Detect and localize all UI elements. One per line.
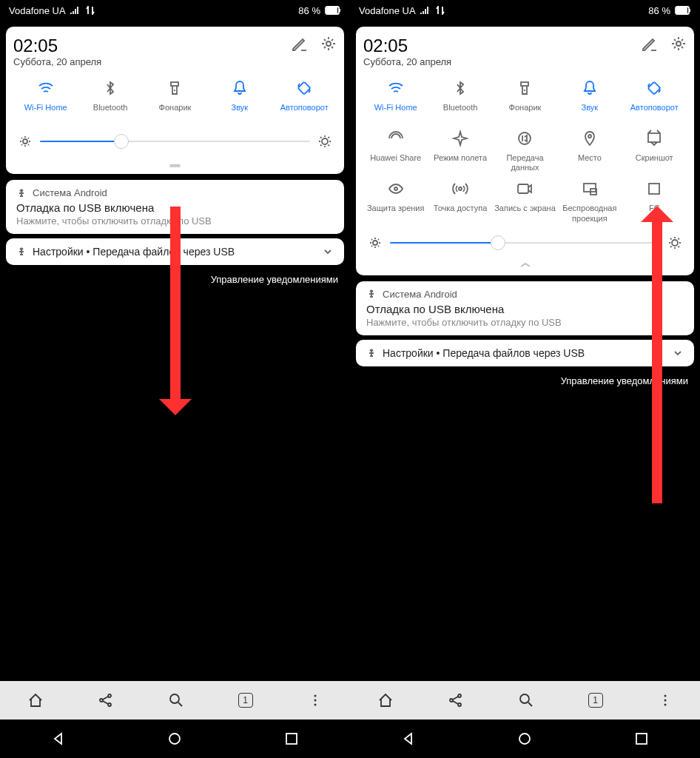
usb-icon — [16, 246, 27, 257]
carrier-label: Vodafone UA — [9, 5, 66, 16]
nav-back-icon[interactable] — [401, 731, 416, 746]
svg-rect-16 — [286, 734, 297, 744]
toggle-row-1: Wi-Fi Home Bluetooth Фонарик Звук Автопо… — [13, 78, 337, 122]
svg-rect-1 — [326, 7, 337, 13]
svg-point-3 — [326, 41, 331, 46]
home-icon[interactable] — [377, 692, 394, 708]
huawei-logo-icon — [30, 338, 67, 375]
menu-icon[interactable] — [307, 692, 323, 708]
nav-back-icon[interactable] — [51, 731, 66, 746]
svg-point-13 — [314, 700, 316, 702]
svg-rect-21 — [521, 82, 528, 86]
toggle-row-3: Защита зрения Точка доступа Запись с экр… — [363, 178, 687, 223]
svg-point-26 — [394, 187, 397, 190]
brightness-low-icon — [368, 235, 383, 250]
carrier-label: Vodafone UA — [359, 5, 416, 16]
article-heading: Как установить мелодию на звонок на Huaw… — [0, 525, 350, 577]
phone-left: Vodafone UA 86 % 02:05 Суббота, 20 апрел… — [0, 0, 350, 758]
svg-point-6 — [23, 139, 27, 144]
tabs-button[interactable]: 1 — [238, 693, 253, 708]
toggle-eye-comfort[interactable]: Защита зрения — [364, 178, 428, 223]
drag-handle[interactable] — [363, 256, 687, 271]
toggle-row-2: Huawei Share Режим полета Передача данны… — [363, 128, 687, 172]
panel-time: 02:05 — [363, 36, 451, 56]
svg-rect-4 — [171, 82, 178, 86]
drag-handle[interactable]: ▬ — [13, 155, 337, 170]
notification-usb-debug[interactable]: Система Android Отладка по USB включена … — [356, 281, 694, 335]
toggle-bluetooth[interactable]: Bluetooth — [428, 78, 492, 122]
nav-home-icon[interactable] — [517, 731, 532, 746]
panel-date: Суббота, 20 апреля — [13, 56, 101, 67]
edit-icon[interactable] — [291, 36, 307, 52]
battery-icon — [675, 6, 691, 15]
toggle-hotspot[interactable]: Точка доступа — [428, 178, 492, 223]
svg-point-11 — [170, 694, 179, 703]
notification-usb-transfer[interactable]: Настройки • Передача файлов через USB — [356, 340, 694, 366]
toggle-sound[interactable]: Звук — [558, 78, 622, 122]
status-bar: Vodafone UA 86 % — [0, 0, 350, 21]
toggle-location[interactable]: Место — [558, 128, 622, 172]
menu-icon[interactable] — [657, 692, 673, 708]
svg-point-7 — [322, 138, 328, 144]
svg-point-34 — [450, 699, 453, 702]
home-icon[interactable] — [27, 692, 44, 708]
toggle-wifi[interactable]: Wi-Fi Home — [364, 78, 428, 122]
nav-recent-icon[interactable] — [284, 731, 299, 746]
svg-point-41 — [519, 734, 530, 744]
svg-point-12 — [314, 695, 316, 697]
gear-icon[interactable] — [670, 36, 687, 52]
battery-percent: 86 % — [298, 5, 320, 16]
svg-point-39 — [664, 700, 666, 702]
manage-notifications-link[interactable]: Управление уведомлениями — [350, 371, 700, 391]
toggle-screenshot[interactable]: Скриншот — [622, 128, 686, 172]
svg-rect-42 — [636, 734, 647, 744]
svg-rect-19 — [689, 9, 690, 12]
browser-toolbar: 1 — [350, 681, 700, 720]
share-icon[interactable] — [98, 692, 114, 708]
toggle-mobile-data[interactable]: Передача данных — [493, 128, 556, 172]
toggle-autorotate[interactable]: Автоповорот — [272, 78, 336, 122]
toggle-huawei-share[interactable]: Huawei Share — [364, 128, 428, 172]
brightness-slider[interactable] — [13, 128, 337, 155]
status-bar: Vodafone UA 86 % — [350, 0, 700, 21]
toggle-autorotate[interactable]: Автоповорот — [622, 78, 686, 122]
toggle-bluetooth[interactable]: Bluetooth — [78, 78, 142, 122]
svg-point-35 — [458, 694, 461, 697]
svg-point-33 — [672, 240, 678, 246]
svg-rect-18 — [676, 7, 687, 13]
browser-toolbar: 1 — [0, 681, 350, 720]
toggle-airplane[interactable]: Режим полета — [428, 128, 492, 172]
annotation-arrow-down — [170, 207, 181, 399]
nav-bar — [350, 720, 700, 758]
svg-point-36 — [458, 703, 461, 706]
svg-point-10 — [108, 703, 111, 706]
read-more-link[interactable]: Читать полностью — [350, 522, 700, 535]
toggle-flashlight[interactable]: Фонарик — [143, 78, 206, 122]
toggle-row-1: Wi-Fi Home Bluetooth Фонарик Звук Автопо… — [363, 78, 687, 122]
brightness-slider[interactable] — [363, 229, 687, 256]
nav-home-icon[interactable] — [167, 731, 182, 746]
toggle-sound[interactable]: Звук — [208, 78, 272, 122]
share-icon[interactable] — [448, 692, 464, 708]
article-heading: Как установить мелодию на звонок на Huaw… — [350, 565, 700, 617]
gear-icon[interactable] — [320, 36, 337, 52]
svg-point-32 — [373, 241, 377, 245]
chevron-down-icon — [322, 246, 334, 258]
battery-percent: 86 % — [648, 5, 670, 16]
tabs-button[interactable]: 1 — [588, 693, 603, 708]
nav-bar — [0, 720, 350, 758]
signal-icon — [420, 6, 431, 15]
toggle-flashlight[interactable]: Фонарик — [493, 78, 556, 122]
toggle-screen-record[interactable]: Запись с экрана — [493, 178, 556, 223]
nav-recent-icon[interactable] — [634, 731, 649, 746]
usb-icon — [366, 289, 377, 299]
search-icon[interactable] — [518, 692, 534, 708]
toggle-wifi[interactable]: Wi-Fi Home — [14, 78, 78, 122]
search-icon[interactable] — [168, 692, 184, 708]
usb-icon — [16, 188, 27, 198]
read-more-link[interactable]: Читать полностью — [0, 482, 350, 495]
svg-rect-31 — [649, 184, 659, 194]
edit-icon[interactable] — [641, 36, 657, 52]
toggle-wireless-projection[interactable]: Беспроводная проекция — [558, 178, 622, 223]
panel-date: Суббота, 20 апреля — [363, 56, 451, 67]
